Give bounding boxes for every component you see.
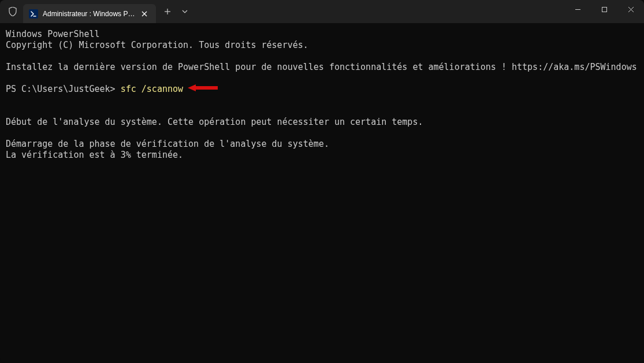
titlebar: Administrateur : Windows Pow [0,0,644,23]
new-tab-button[interactable] [158,2,177,21]
terminal-content[interactable]: Windows PowerShell Copyright (C) Microso… [0,23,644,363]
titlebar-left: Administrateur : Windows Pow [0,0,193,23]
arrow-annotation-icon [188,84,218,95]
shield-icon [8,7,17,16]
svg-rect-6 [602,7,606,12]
powershell-icon [29,9,38,18]
minimize-button[interactable] [564,0,591,18]
maximize-button[interactable] [591,0,617,18]
terminal-line: Début de l'analyse du système. Cette opé… [6,117,423,127]
tab-title: Administrateur : Windows Pow [43,10,135,18]
close-window-button[interactable] [617,0,644,18]
tab-powershell[interactable]: Administrateur : Windows Pow [23,4,156,23]
svg-marker-9 [188,84,218,91]
prompt-line: PS C:\Users\JustGeek> sfc /scannow [6,84,638,95]
terminal-line: Copyright (C) Microsoft Corporation. Tou… [6,40,308,50]
command: sfc /scannow [121,84,183,94]
terminal-line: Installez la dernière version de PowerSh… [6,62,637,72]
prompt: PS C:\Users\JustGeek> [6,84,121,94]
tab-dropdown-button[interactable] [177,2,193,21]
terminal-line: Windows PowerShell [6,29,100,39]
tab-close-button[interactable] [140,9,149,18]
terminal-line: La vérification est à 3% terminée. [6,150,183,160]
terminal-line: Démarrage de la phase de vérification de… [6,139,329,149]
window-controls [564,0,644,23]
